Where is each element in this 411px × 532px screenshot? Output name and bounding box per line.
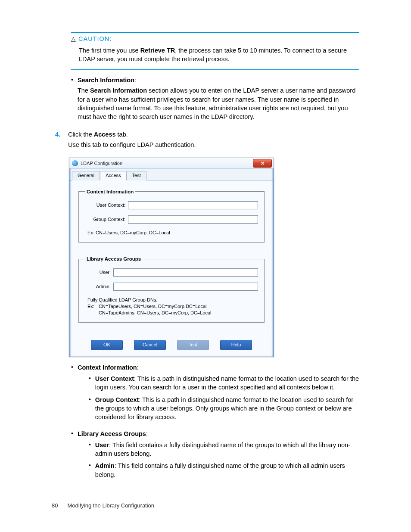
context-hint: Ex: CN=Users, DC=myCorp, DC=Local (87, 230, 258, 236)
step-line2: Use this tab to configure LDAP authentic… (68, 140, 196, 149)
rule-top (71, 32, 359, 33)
caution-text: The first time you use Retrieve TR, the … (79, 46, 359, 64)
group-context-input[interactable] (128, 215, 258, 224)
caution-label: CAUTION: (78, 34, 112, 43)
bullet-dot: • (71, 76, 73, 121)
test-button[interactable]: Test (177, 340, 209, 350)
libgroups-heading: Library Access Groups (78, 430, 146, 437)
group-context-desc: Group Context: This is a path in disting… (95, 395, 359, 422)
context-info-bullets: • Context Information: • User Context: T… (71, 363, 359, 482)
tab-general[interactable]: General (72, 171, 100, 180)
rule-bottom (71, 69, 359, 70)
caution-block: △ CAUTION: The first time you use Retrie… (71, 32, 359, 70)
close-button[interactable]: ✕ (253, 159, 272, 168)
tab-access[interactable]: Access (100, 171, 126, 180)
step-4: 4. Click the Access tab. Use this tab to… (55, 130, 359, 151)
tab-test[interactable]: Test (127, 171, 146, 180)
context-info-heading: Context Information (78, 364, 137, 371)
user-context-desc: User Context: This is a path in distingu… (95, 374, 359, 392)
step-number: 4. (55, 130, 60, 151)
dialog-titlebar: LDAP Configuration ✕ (69, 158, 274, 169)
search-info-section: • Search Information: The Search Informa… (71, 76, 359, 121)
lib-user-label: User: (85, 269, 111, 276)
context-information-group: Context Information User Context: Group … (78, 188, 265, 243)
tab-strip: General Access Test (69, 169, 274, 180)
lib-user-input[interactable] (113, 268, 258, 277)
user-context-input[interactable] (128, 201, 258, 209)
lib-admin-label: Admin: (85, 283, 111, 290)
ldap-config-dialog: LDAP Configuration ✕ General Access Test… (69, 158, 274, 357)
hp-logo-icon (72, 160, 78, 166)
context-legend: Context Information (85, 188, 135, 195)
close-icon: ✕ (261, 160, 265, 167)
page-number: 80 (52, 502, 58, 510)
ok-button[interactable]: OK (91, 340, 123, 350)
lib-admin-input[interactable] (113, 283, 258, 291)
warning-icon: △ (71, 35, 76, 44)
libgroups-legend: Library Access Groups (85, 255, 143, 262)
dialog-button-bar: OK Cancel Test Help (69, 335, 274, 357)
dialog-body: Context Information User Context: Group … (69, 180, 274, 335)
library-access-groups: Library Access Groups User: Admin: Fully… (78, 255, 265, 323)
search-info-heading: Search Information (78, 77, 134, 84)
cancel-button[interactable]: Cancel (134, 340, 166, 350)
footer-title: Modifying the Library Configuration (67, 502, 154, 510)
dialog-title: LDAP Configuration (81, 160, 253, 167)
user-context-label: User Context: (85, 202, 125, 208)
page-footer: 80 Modifying the Library Configuration (52, 502, 154, 510)
help-button[interactable]: Help (220, 340, 252, 350)
lib-admin-desc: Admin: This field contains a fully disti… (95, 461, 359, 479)
lib-user-desc: User: This field contains a fully distin… (95, 441, 359, 458)
search-info-text: The Search Information section allows yo… (78, 86, 359, 121)
step-line1: Click the Access tab. (68, 130, 196, 139)
libgroups-hint: Fully Qualified LDAP Group DNs. Ex: CN=T… (87, 297, 258, 316)
group-context-label: Group Context: (85, 216, 125, 223)
